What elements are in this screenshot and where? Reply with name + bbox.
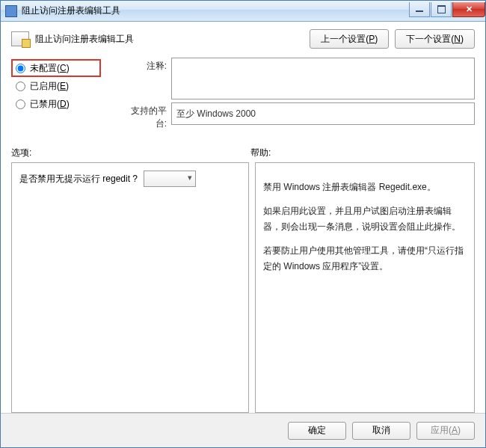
footer: 确定 取消 应用(A) xyxy=(1,413,485,447)
ok-button[interactable]: 确定 xyxy=(288,422,346,440)
radio-not-configured-input[interactable] xyxy=(16,64,25,73)
help-text: 若要防止用户使用其他管理工具，请使用“只运行指定的 Windows 应用程序”设… xyxy=(263,243,467,274)
option-row: 是否禁用无提示运行 regedit ? xyxy=(19,171,241,187)
option-combo[interactable] xyxy=(144,171,196,187)
window-controls xyxy=(408,2,485,17)
next-setting-button[interactable]: 下一个设置(N) xyxy=(395,29,475,49)
radio-enabled[interactable]: 已启用(E) xyxy=(11,77,123,95)
comment-input[interactable] xyxy=(171,58,475,99)
option-question: 是否禁用无提示运行 regedit ? xyxy=(19,173,138,185)
help-text: 禁用 Windows 注册表编辑器 Regedit.exe。 xyxy=(263,179,467,194)
policy-icon xyxy=(11,31,29,46)
minimize-button[interactable] xyxy=(409,2,430,17)
section-labels: 选项: 帮助: xyxy=(1,133,485,162)
platform-value: 至少 Windows 2000 xyxy=(171,102,475,125)
comment-label: 注释: xyxy=(123,58,171,73)
previous-setting-button[interactable]: 上一个设置(P) xyxy=(310,29,389,49)
radio-disabled[interactable]: 已禁用(D) xyxy=(11,95,123,113)
close-button[interactable] xyxy=(452,2,485,17)
options-label: 选项: xyxy=(11,147,250,159)
header-row: 阻止访问注册表编辑工具 上一个设置(P) 下一个设置(N) xyxy=(1,22,485,55)
help-text: 如果启用此设置，并且用户试图启动注册表编辑器，则会出现一条消息，说明设置会阻止此… xyxy=(263,203,467,234)
platform-label: 支持的平台: xyxy=(123,102,171,130)
radio-not-configured[interactable]: 未配置(C) xyxy=(11,59,101,77)
radio-enabled-input[interactable] xyxy=(16,82,25,91)
radio-disabled-input[interactable] xyxy=(16,99,25,109)
apply-button[interactable]: 应用(A) xyxy=(416,422,475,440)
cancel-button[interactable]: 取消 xyxy=(352,422,410,440)
maximize-button[interactable] xyxy=(431,2,452,17)
options-panel: 是否禁用无提示运行 regedit ? xyxy=(11,162,249,413)
titlebar[interactable]: 阻止访问注册表编辑工具 xyxy=(1,1,485,22)
app-icon xyxy=(5,5,17,17)
panels: 是否禁用无提示运行 regedit ? 禁用 Windows 注册表编辑器 Re… xyxy=(1,162,485,413)
help-panel: 禁用 Windows 注册表编辑器 Regedit.exe。 如果启用此设置，并… xyxy=(255,162,475,413)
config-area: 未配置(C) 已启用(E) 已禁用(D) 注释: 支持的平台: xyxy=(1,55,485,133)
platform-row: 支持的平台: 至少 Windows 2000 xyxy=(123,102,475,130)
help-label: 帮助: xyxy=(250,147,271,159)
window-title: 阻止访问注册表编辑工具 xyxy=(22,4,408,17)
client-area: 阻止访问注册表编辑工具 上一个设置(P) 下一个设置(N) 未配置(C) 已启用… xyxy=(1,22,485,447)
policy-title: 阻止访问注册表编辑工具 xyxy=(35,33,304,46)
right-column: 注释: 支持的平台: 至少 Windows 2000 xyxy=(123,58,475,133)
dialog-window: 阻止访问注册表编辑工具 阻止访问注册表编辑工具 上一个设置(P) 下一个设置(N… xyxy=(0,0,486,448)
radio-column: 未配置(C) 已启用(E) 已禁用(D) xyxy=(11,58,123,113)
comment-row: 注释: xyxy=(123,58,475,99)
